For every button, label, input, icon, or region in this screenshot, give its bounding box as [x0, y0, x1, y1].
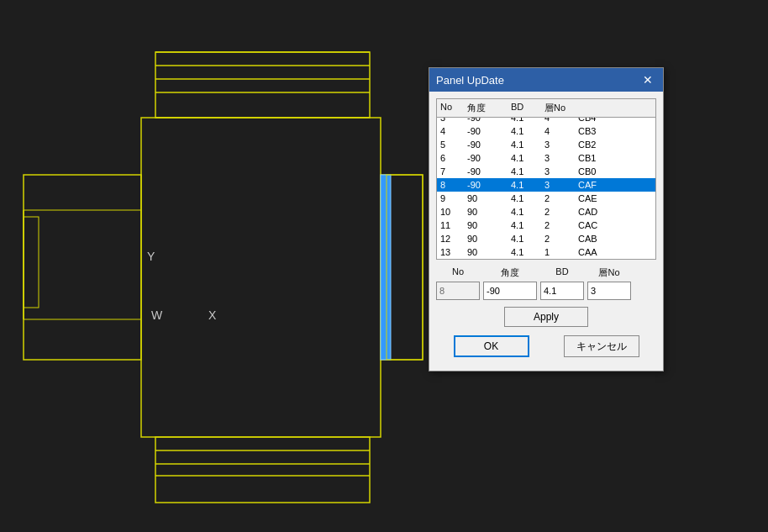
table-row[interactable]: 7 -90 4.1 3 CB0	[437, 165, 655, 178]
col-header-layer: 層No	[541, 101, 575, 115]
ok-button[interactable]: OK	[454, 335, 529, 357]
table-row[interactable]: 6 -90 4.1 3 CB1	[437, 151, 655, 165]
table-row[interactable]: 11 90 4.1 2 CAC	[437, 219, 655, 232]
panel-update-dialog: Panel UpDate ✕ No 角度 BD 層No 1 -90 4.1 4 …	[429, 67, 664, 371]
button-row: OK キャンセル	[436, 335, 656, 357]
dialog-title: Panel UpDate	[436, 74, 504, 87]
edit-no-input	[436, 282, 480, 300]
table-row[interactable]: 10 90 4.1 2 CAD	[437, 205, 655, 219]
col-header-scroll	[625, 101, 639, 115]
edit-angle-input[interactable]	[483, 282, 537, 300]
col-header-bd: BD	[508, 101, 541, 115]
edit-bd-input[interactable]	[540, 282, 584, 300]
cancel-button[interactable]: キャンセル	[564, 335, 639, 357]
edit-area: No 角度 BD 層No	[436, 266, 656, 300]
edit-layer-input[interactable]	[587, 282, 631, 300]
apply-button[interactable]: Apply	[504, 307, 588, 327]
edit-labels: No 角度 BD 層No	[436, 266, 656, 279]
edit-label-bd: BD	[540, 266, 584, 279]
data-table: No 角度 BD 層No 1 -90 4.1 4 CB6 2 -90 4.1 4…	[436, 98, 656, 260]
apply-row: Apply	[436, 307, 656, 327]
edit-label-layer: 層No	[587, 266, 631, 279]
col-header-name	[575, 101, 625, 115]
col-header-angle: 角度	[464, 101, 508, 115]
table-scroll[interactable]: 1 -90 4.1 4 CB6 2 -90 4.1 4 CB5 3 -90 4.…	[437, 118, 655, 259]
table-row[interactable]: 12 90 4.1 2 CAB	[437, 232, 655, 245]
table-row[interactable]: 9 90 4.1 2 CAE	[437, 192, 655, 205]
dialog-titlebar: Panel UpDate ✕	[429, 68, 663, 92]
edit-label-angle: 角度	[483, 266, 537, 279]
table-row[interactable]: 13 90 4.1 1 CAA	[437, 245, 655, 259]
table-row[interactable]: 8 -90 4.1 3 CAF	[437, 178, 655, 192]
table-row[interactable]: 5 -90 4.1 3 CB2	[437, 138, 655, 151]
table-row[interactable]: 4 -90 4.1 4 CB3	[437, 124, 655, 138]
table-row[interactable]: 3 -90 4.1 4 CB4	[437, 118, 655, 124]
edit-inputs	[436, 282, 656, 300]
col-header-no: No	[437, 101, 464, 115]
edit-label-no: No	[436, 266, 480, 279]
dialog-body: No 角度 BD 層No 1 -90 4.1 4 CB6 2 -90 4.1 4…	[429, 92, 663, 371]
table-header: No 角度 BD 層No	[437, 99, 655, 118]
close-button[interactable]: ✕	[639, 71, 656, 88]
